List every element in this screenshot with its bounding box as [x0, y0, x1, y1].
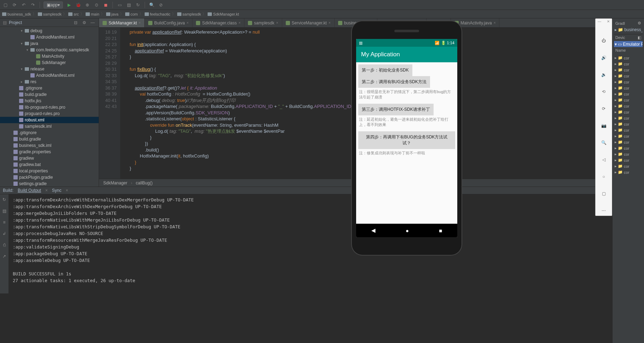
close-icon[interactable]: ×	[276, 21, 278, 25]
close-icon[interactable]: ×	[494, 21, 496, 25]
tree-node[interactable]: proguard-rules.pro	[0, 110, 99, 117]
rotate-right-icon[interactable]: ⟳	[599, 104, 609, 114]
close-icon[interactable]: ×	[187, 21, 189, 25]
breadcrumb-item[interactable]: main	[86, 12, 99, 16]
sync-icon[interactable]: ↻	[135, 2, 141, 8]
device-tree-item[interactable]: ▸ 📁 cor	[614, 127, 643, 133]
minimize-icon[interactable]: —	[598, 19, 601, 23]
device-tree-item[interactable]: ▸ 📁 cor	[614, 145, 643, 151]
rotate-left-icon[interactable]: ⟲	[599, 87, 609, 97]
redo-icon[interactable]: ↷	[30, 2, 36, 8]
emulator-node[interactable]: Emulator P	[623, 42, 643, 47]
device-tree-item[interactable]: ▸ 📁 cor	[614, 133, 643, 139]
hide-icon[interactable]: —	[89, 19, 96, 26]
stop-icon[interactable]: ◼	[103, 2, 109, 8]
device-tree-item[interactable]: ▸ 📁 cor	[614, 139, 643, 145]
run-icon[interactable]: ▶	[66, 2, 72, 8]
tree-node[interactable]: .gitignore	[0, 130, 99, 136]
debug-icon[interactable]: 🐞	[75, 2, 81, 8]
profile-icon[interactable]: ⊕	[84, 2, 91, 8]
tree-node[interactable]: gradle.properties	[0, 149, 99, 155]
home-icon[interactable]: ○	[599, 172, 609, 182]
device-tree-item[interactable]: ▸ 📁 cor	[614, 73, 643, 79]
tree-node[interactable]: hotfix.jks	[0, 98, 99, 104]
tree-node[interactable]: gradlew.bat	[0, 161, 99, 168]
device-tree-item[interactable]: ▸ 📁 cor	[614, 115, 643, 121]
close-icon[interactable]: ✕	[607, 19, 610, 23]
breadcrumb-item[interactable]: com	[125, 12, 138, 16]
tree-node[interactable]: local.properties	[0, 168, 99, 174]
volume-up-icon[interactable]: 🔊	[599, 53, 609, 63]
tree-node[interactable]: build.gradle	[0, 91, 99, 98]
breadcrumb-item[interactable]: src	[68, 12, 79, 16]
tree-node[interactable]: AndroidManifest.xml	[0, 34, 99, 40]
power-icon[interactable]: ⏻	[599, 36, 609, 46]
trash-icon[interactable]: ↗	[1, 253, 7, 259]
tree-node[interactable]: business_sdk.iml	[0, 142, 99, 149]
editor-tab[interactable]: BuildConfig.java×	[145, 18, 193, 27]
tree-node[interactable]: samplesdk.iml	[0, 123, 99, 130]
reload-icon[interactable]: ⟳	[11, 2, 18, 8]
device-tree-item[interactable]: ▸ 📁 cor	[614, 79, 643, 85]
editor-tab[interactable]: SdkManager.kt×	[99, 18, 145, 27]
device-tree-item[interactable]: ▸ 📁 cor	[614, 91, 643, 97]
camera-icon[interactable]: 📷	[599, 121, 609, 131]
device-tree-item[interactable]: ▸ 📁 cor	[614, 55, 643, 61]
tree-node[interactable]: robust.xml	[0, 117, 99, 123]
collapse-icon[interactable]: ⊟	[72, 19, 79, 26]
tree-icon[interactable]: ≡	[1, 219, 7, 225]
soft-wrap-icon[interactable]: ↲	[1, 230, 7, 237]
project-tree[interactable]: ▾debugAndroidManifest.xml▾java▾com.feels…	[0, 27, 99, 187]
open-icon[interactable]: ▢	[2, 2, 8, 8]
tree-node[interactable]: .gitignore	[0, 85, 99, 91]
attach-icon[interactable]: ⊙	[93, 2, 100, 8]
gear-icon[interactable]: ⚙	[81, 19, 87, 26]
sdk-icon[interactable]: ▤	[126, 2, 132, 8]
breadcrumb-item[interactable]: business_sdk	[2, 12, 31, 16]
device-tree[interactable]: ▸ 📁 cor▸ 📁 cor▸ 📁 cor▸ 📁 cor▸ 📁 cor▸ 📁 c…	[614, 53, 643, 175]
nav-back-icon[interactable]: ◀	[371, 227, 376, 234]
tree-node[interactable]: packPlugin.gradle	[0, 174, 99, 181]
tree-node[interactable]: gradlew	[0, 155, 99, 161]
tree-node[interactable]: settings.gradle	[0, 181, 99, 187]
device-tree-item[interactable]: ▸ 📁 cor	[614, 109, 643, 115]
gradle-root[interactable]: business_	[624, 27, 643, 32]
tree-node[interactable]: AndroidManifest.xml	[0, 72, 99, 79]
device-tree-item[interactable]: ▸ 📁 cor	[614, 163, 643, 169]
tree-node[interactable]: ▾com.feelschaotic.samplesdk	[0, 47, 99, 53]
device-tree-item[interactable]: ▸ 📁 cor	[614, 151, 643, 157]
nav-home-icon[interactable]: ●	[406, 228, 409, 234]
volume-down-icon[interactable]: 🔉	[599, 70, 609, 80]
tree-node[interactable]: ▾debug	[0, 28, 99, 34]
search-icon[interactable]: 🔍	[149, 2, 155, 8]
build-output-text[interactable]: :app:transformDexArchiveWithExternalLibs…	[8, 194, 644, 293]
tab-sync[interactable]: Sync	[49, 187, 64, 194]
device-tree-item[interactable]: ▸ 📁 cor	[614, 121, 643, 127]
editor-tab[interactable]: samplesdk×	[244, 18, 282, 27]
tree-node[interactable]: SdkManager	[0, 59, 99, 66]
undo-icon[interactable]: ↶	[21, 2, 27, 8]
tree-node[interactable]: lib-proguard-rules.pro	[0, 104, 99, 110]
breadcrumb-item[interactable]: SdkManager.kt	[208, 12, 239, 16]
run-config-selector[interactable]: ▣ app ▾	[43, 1, 63, 8]
tree-node[interactable]: MainActivity	[0, 53, 99, 59]
breadcrumb-item[interactable]: java	[106, 12, 118, 16]
zoom-icon[interactable]: 🔍	[599, 138, 609, 148]
navpath-class[interactable]: SdkManager	[103, 181, 127, 185]
tree-node[interactable]: build.gradle	[0, 136, 99, 142]
device-tree-item[interactable]: ▸ 📁 cor	[614, 103, 643, 109]
filter-icon[interactable]: ▤	[1, 208, 7, 214]
device-tree-item[interactable]: ▸ 📁 cor	[614, 67, 643, 73]
device-tree-item[interactable]: ▸ 📁 cor	[614, 157, 643, 163]
editor-tab[interactable]: SdkManager.class×	[192, 18, 244, 27]
back-icon[interactable]: ◁	[599, 155, 609, 165]
close-icon[interactable]: ×	[239, 21, 241, 25]
rerun-icon[interactable]: ↻	[1, 196, 7, 203]
tree-node[interactable]: ▸res	[0, 79, 99, 85]
more-icon[interactable]: ⋯	[599, 206, 609, 216]
nav-recent-icon[interactable]: ■	[439, 228, 442, 234]
device-tree-item[interactable]: ▸ 📁 cor	[614, 61, 643, 67]
breadcrumb-item[interactable]: feelschaotic	[145, 12, 170, 16]
device-tree-item[interactable]: ▸ 📁 cor	[614, 85, 643, 91]
breadcrumb-item[interactable]: samplesdk	[38, 12, 62, 16]
